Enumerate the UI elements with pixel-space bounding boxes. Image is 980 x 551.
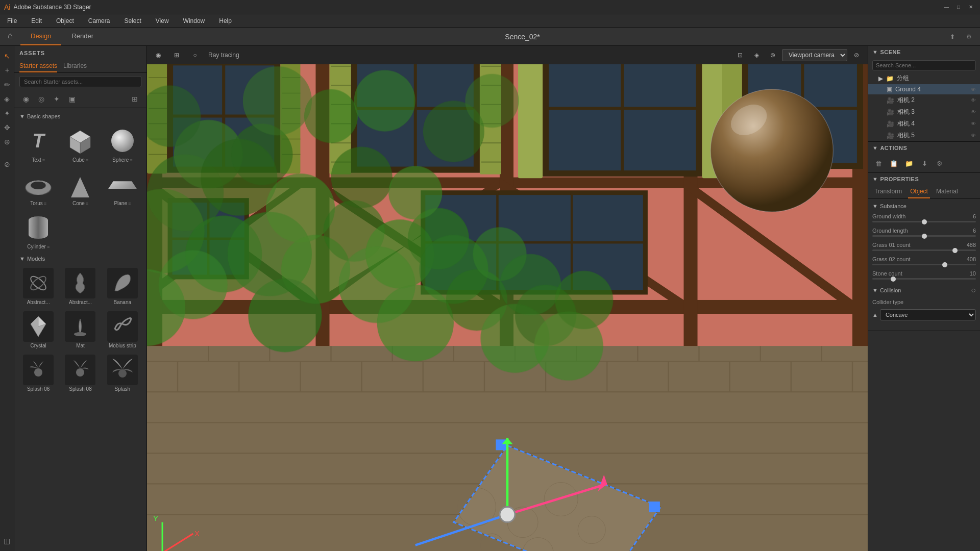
menu-view[interactable]: View [153,16,172,26]
asset-text[interactable]: T Text ≡ [18,123,58,165]
asset-sphere[interactable]: Sphere ≡ [103,123,142,165]
filter-icon-1[interactable]: ◉ [19,92,33,106]
asset-splash08[interactable]: Splash 08 [60,353,100,394]
ground-length-slider[interactable] [872,235,976,237]
asset-splash06[interactable]: Splash 06 [18,353,58,394]
menu-select[interactable]: Select [121,16,144,26]
models-section-header[interactable]: ▼ Models [16,254,144,264]
bottom-icon[interactable]: ◫ [1,535,13,547]
filter-icon-3[interactable]: ✦ [50,92,63,106]
ground-width-knob[interactable] [922,219,927,224]
scene-item-camera4[interactable]: 🎥 相机 4 👁 [868,118,980,130]
properties-section-header[interactable]: ▼ PROPERTIES [868,173,980,185]
viewport-icon-2[interactable]: ◈ [749,48,764,62]
select-tool-icon[interactable]: ↖ [1,50,13,62]
actions-section-header[interactable]: ▼ ACTIONS [868,142,980,154]
add-tool-icon[interactable]: ＋ [1,64,13,77]
grass02-slider[interactable] [872,264,976,265]
more-action-button[interactable]: ⚙ [934,157,946,169]
collision-toggle[interactable]: ○ [971,286,976,295]
collision-header[interactable]: ▼ Collision ○ [872,286,976,295]
mat-thumb [65,311,95,342]
viewport-icon-3[interactable]: ⊚ [766,48,780,62]
delete-action-button[interactable]: 🗑 [872,157,885,169]
grid-view-button[interactable]: ⊞ [128,92,141,106]
viewport-tool-1[interactable]: ◉ [151,48,165,62]
asset-crystal[interactable]: Crystal [18,309,58,350]
asset-banana[interactable]: Banana [103,266,142,307]
menu-object[interactable]: Object [53,16,77,26]
camera-tool-icon[interactable]: ⊕ [1,136,13,148]
minimize-button[interactable]: — [941,2,951,12]
tab-starter-assets[interactable]: Starter assets [19,60,57,72]
grass01-knob[interactable] [952,248,958,253]
filter-icon-2[interactable]: ◎ [35,92,48,106]
substance-header[interactable]: ▼ Substance [872,203,976,209]
home-button[interactable]: ⌂ [0,28,20,44]
upload-button[interactable]: ⬆ [945,30,960,44]
grass01-slider[interactable] [872,249,976,251]
eye-icon-cam4[interactable]: 👁 [971,121,976,127]
stone-slider[interactable] [872,278,976,280]
camera-select[interactable]: Viewport camera 相机 2 相机 3 相机 4 相机 5 [782,49,847,61]
asset-abstract1[interactable]: Abstract... [18,266,58,307]
tab-render[interactable]: Render [61,28,104,45]
viewport-tool-3[interactable]: ○ [188,48,202,62]
move-tool-icon[interactable]: ✥ [1,121,13,134]
grass02-knob[interactable] [942,262,947,267]
brush-tool-icon[interactable]: ✏ [1,79,13,91]
asset-mat[interactable]: Mat [60,309,100,350]
asset-torus[interactable]: Torus ≡ [18,167,58,208]
close-button[interactable]: ✕ [966,2,976,12]
assets-search-input[interactable] [19,76,141,87]
scene-item-group[interactable]: ▶ 📁 分组 [868,72,980,84]
asset-abstract2[interactable]: Abstract... [60,266,100,307]
eye-icon-cam2[interactable]: 👁 [971,97,976,103]
duplicate-action-button[interactable]: 📋 [888,157,900,169]
settings-button[interactable]: ⚙ [962,30,976,44]
tab-design[interactable]: Design [20,28,61,45]
scene-item-camera5[interactable]: 🎥 相机 5 👁 [868,130,980,141]
asset-cone[interactable]: Cone ≡ [60,167,100,208]
asset-plane[interactable]: Plane ≡ [103,167,142,208]
tab-transform[interactable]: Transform [872,185,904,198]
tab-material[interactable]: Material [934,185,960,198]
menu-window[interactable]: Window [180,16,208,26]
basic-shapes-section-header[interactable]: ▼ Basic shapes [16,111,144,121]
export-action-button[interactable]: ⬇ [918,157,930,169]
properties-tabs: Transform Object Material [868,185,980,199]
plane-label: Plane ≡ [114,201,131,206]
asset-splash[interactable]: Splash [103,353,142,394]
menu-edit[interactable]: Edit [28,16,45,26]
ground-length-knob[interactable] [922,234,927,239]
viewport-icon-1[interactable]: ⊡ [733,48,747,62]
eye-icon-ground4[interactable]: 👁 [971,87,976,92]
search-icon[interactable]: ⊘ [1,158,13,170]
scene-search-input[interactable] [872,60,976,70]
eye-icon-cam3[interactable]: 👁 [971,109,976,115]
menu-file[interactable]: File [4,16,20,26]
asset-mobius[interactable]: Mobius strip [103,309,142,350]
light-tool-icon[interactable]: ✦ [1,107,13,119]
ground-width-slider[interactable] [872,221,976,222]
filter-icon-4[interactable]: ▣ [65,92,79,106]
tab-object[interactable]: Object [908,185,930,198]
tab-libraries[interactable]: Libraries [63,60,87,72]
eye-icon-cam5[interactable]: 👁 [971,133,976,138]
group-action-button[interactable]: 📁 [903,157,915,169]
scene-item-camera2[interactable]: 🎥 相机 2 👁 [868,94,980,106]
scene-item-camera3[interactable]: 🎥 相机 3 👁 [868,106,980,118]
collider-type-select[interactable]: Concave Convex Box Sphere None [880,309,976,320]
viewport-icon-4[interactable]: ⊘ [849,48,864,62]
stone-knob[interactable] [891,277,896,282]
paint-tool-icon[interactable]: ◈ [1,93,13,105]
scene-item-ground4[interactable]: ▣ Ground 4 👁 [868,84,980,94]
menu-help[interactable]: Help [216,16,235,26]
viewport-tool-2[interactable]: ⊞ [169,48,184,62]
scene-section-header[interactable]: ▼ SCENE [868,46,980,58]
asset-cylinder[interactable]: Cylinder ≡ [18,210,58,252]
asset-cube[interactable]: Cube ≡ [60,123,100,165]
viewport[interactable]: ◉ ⊞ ○ Ray tracing ⊡ ◈ ⊚ Viewport camera … [147,46,868,551]
maximize-button[interactable]: □ [953,2,964,12]
menu-camera[interactable]: Camera [85,16,113,26]
